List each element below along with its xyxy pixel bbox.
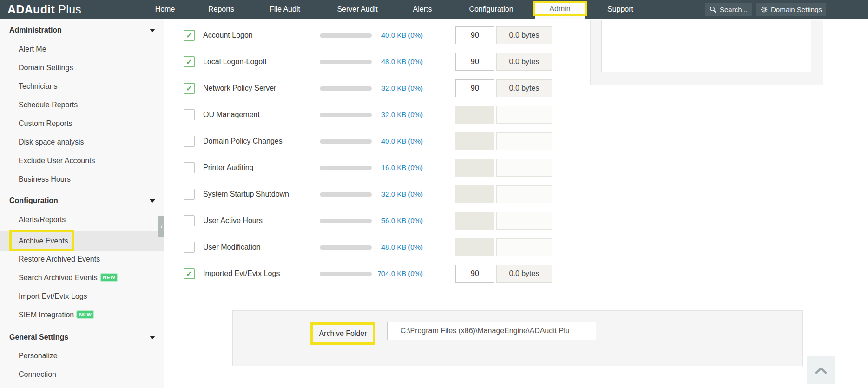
- sidebar-item-alert-me[interactable]: Alert Me: [19, 44, 46, 54]
- row-label: Printer Auditing: [203, 163, 254, 173]
- size-link[interactable]: 704.0 KB (0%): [358, 269, 423, 279]
- sidebar-section-general-settings[interactable]: General Settings: [9, 332, 68, 342]
- row-label: Imported Evt/Evtx Logs: [203, 269, 280, 279]
- retention-days-input[interactable]: [455, 26, 494, 44]
- size-link[interactable]: 48.0 KB (0%): [358, 242, 423, 252]
- sidebar-item-business-hours[interactable]: Business Hours: [19, 174, 71, 184]
- checkbox-imported-evt-evtx-logs[interactable]: ✓: [184, 268, 195, 279]
- audit-row-imported-evt-evtx-logs: ✓ Imported Evt/Evtx Logs 704.0 KB (0%) 0…: [172, 265, 558, 283]
- audit-row-network-policy-server: ✓ Network Policy Server 32.0 KB (0%) 0.0…: [172, 79, 558, 97]
- nav-item-alerts[interactable]: Alerts: [413, 0, 432, 19]
- size-link[interactable]: 40.0 KB (0%): [358, 30, 423, 40]
- adaudit-plus-page: ADAudit Plus Home Reports File Audit Ser…: [0, 0, 868, 388]
- nav-item-home[interactable]: Home: [155, 0, 175, 19]
- sidebar-item-exclude-user-accounts[interactable]: Exclude User Accounts: [19, 156, 95, 166]
- logo-light: Plus: [58, 3, 81, 16]
- checkbox-system-startup-shutdown[interactable]: [184, 189, 195, 200]
- chevron-left-icon: ‹: [160, 223, 163, 230]
- checkbox-local-logon-logoff[interactable]: ✓: [184, 56, 195, 67]
- nav-item-support[interactable]: Support: [607, 0, 633, 19]
- adaudit-logo: ADAudit Plus: [7, 0, 81, 19]
- checkbox-domain-policy-changes[interactable]: [184, 136, 195, 147]
- archive-folder-label: Archive Folder: [313, 325, 373, 342]
- sidebar-item-personalize[interactable]: Personalize: [19, 351, 58, 361]
- checkbox-account-logon[interactable]: ✓: [184, 30, 195, 41]
- audit-row-account-logon: ✓ Account Logon 40.0 KB (0%) 0.0 bytes: [172, 26, 558, 44]
- size-link[interactable]: 48.0 KB (0%): [358, 57, 423, 67]
- bytes-field: 0.0 bytes: [496, 265, 552, 283]
- sidebar-collapse-handle[interactable]: ‹: [158, 216, 164, 237]
- row-label: Local Logon-Logoff: [203, 57, 267, 67]
- archive-folder-input[interactable]: [387, 322, 596, 340]
- size-link[interactable]: 40.0 KB (0%): [358, 136, 423, 146]
- sidebar-item-import-evt-evtx-logs[interactable]: Import Evt/Evtx Logs: [19, 291, 87, 302]
- scroll-to-top-button[interactable]: [807, 356, 835, 384]
- sidebar-item-label: SIEM Integration: [19, 311, 74, 319]
- bytes-field: 0.0 bytes: [496, 26, 552, 44]
- nav-item-server-audit[interactable]: Server Audit: [337, 0, 377, 19]
- row-label: User Modification: [203, 242, 261, 252]
- sidebar-item-technicians[interactable]: Technicians: [19, 81, 58, 92]
- sidebar-item-connection[interactable]: Connection: [19, 369, 56, 380]
- audit-row-system-startup-shutdown: System Startup Shutdown 32.0 KB (0%): [172, 185, 558, 203]
- retention-days-input[interactable]: [455, 79, 494, 97]
- checkbox-printer-auditing[interactable]: [184, 162, 195, 173]
- bytes-field-disabled: [496, 185, 552, 203]
- top-navbar: ADAudit Plus Home Reports File Audit Ser…: [0, 0, 868, 19]
- domain-settings-label: Domain Settings: [771, 6, 822, 13]
- sidebar-item-label: Search Archived Events: [19, 274, 98, 282]
- retention-days-disabled: [455, 159, 494, 177]
- bytes-field: 0.0 bytes: [496, 53, 552, 71]
- bytes-field-disabled: [496, 238, 552, 256]
- sidebar-item-disk-space-analysis[interactable]: Disk space analysis: [19, 137, 84, 147]
- checkbox-user-modification[interactable]: [184, 242, 195, 253]
- checkbox-user-active-hours[interactable]: [184, 215, 195, 226]
- checkbox-ou-management[interactable]: [184, 109, 195, 120]
- size-link[interactable]: 32.0 KB (0%): [358, 83, 423, 93]
- sidebar-item-alerts-reports[interactable]: Alerts/Reports: [19, 215, 66, 225]
- size-link[interactable]: 32.0 KB (0%): [358, 189, 423, 199]
- retention-days-disabled: [455, 238, 494, 256]
- nav-item-file-audit[interactable]: File Audit: [270, 0, 300, 19]
- nav-item-admin[interactable]: Admin: [533, 1, 587, 16]
- new-badge: NEW: [77, 311, 93, 318]
- sidebar-item-schedule-reports[interactable]: Schedule Reports: [19, 100, 78, 110]
- size-link[interactable]: 16.0 KB (0%): [358, 163, 423, 173]
- gear-icon: [761, 6, 768, 13]
- sidebar-item-siem-integration[interactable]: SIEM IntegrationNEW: [19, 310, 93, 320]
- sidebar-section-administration[interactable]: Administration: [9, 25, 62, 35]
- audit-row-user-active-hours: User Active Hours 56.0 KB (0%): [172, 212, 558, 230]
- sidebar-item-custom-reports[interactable]: Custom Reports: [19, 118, 72, 129]
- retention-days-disabled: [455, 185, 494, 203]
- retention-days-input[interactable]: [455, 53, 494, 71]
- highlight-box-archive-events: [9, 230, 74, 251]
- chevron-down-icon: [150, 199, 155, 203]
- audit-row-printer-auditing: Printer Auditing 16.0 KB (0%): [172, 159, 558, 177]
- row-label: Account Logon: [203, 30, 253, 40]
- audit-row-domain-policy-changes: Domain Policy Changes 40.0 KB (0%): [172, 132, 558, 150]
- chevron-down-icon: [150, 29, 155, 32]
- size-link[interactable]: 56.0 KB (0%): [358, 216, 423, 226]
- nav-item-configuration[interactable]: Configuration: [469, 0, 513, 19]
- chevron-down-icon: [150, 336, 155, 339]
- bytes-field-disabled: [496, 159, 552, 177]
- sidebar-item-search-archived-events[interactable]: Search Archived EventsNEW: [19, 273, 117, 283]
- size-link[interactable]: 32.0 KB (0%): [358, 110, 423, 120]
- audit-row-user-modification: User Modification 48.0 KB (0%): [172, 238, 558, 256]
- retention-days-disabled: [455, 132, 494, 150]
- sidebar-section-configuration[interactable]: Configuration: [9, 196, 58, 206]
- row-label: User Active Hours: [203, 216, 263, 226]
- info-panel-textbox: [601, 20, 811, 72]
- domain-settings-button[interactable]: Domain Settings: [756, 3, 826, 16]
- row-label: Domain Policy Changes: [203, 136, 283, 146]
- nav-item-reports[interactable]: Reports: [208, 0, 234, 19]
- row-label: Network Policy Server: [203, 83, 276, 93]
- retention-days-input[interactable]: [455, 265, 494, 283]
- chevron-up-icon: [815, 366, 828, 374]
- sidebar-item-restore-archived-events[interactable]: Restore Archived Events: [19, 254, 100, 264]
- sidebar-item-domain-settings[interactable]: Domain Settings: [19, 63, 73, 73]
- checkbox-network-policy-server[interactable]: ✓: [184, 83, 195, 94]
- new-badge: NEW: [101, 274, 117, 281]
- search-button[interactable]: Search...: [705, 3, 752, 16]
- highlight-box-archive-folder: Archive Folder: [310, 322, 375, 345]
